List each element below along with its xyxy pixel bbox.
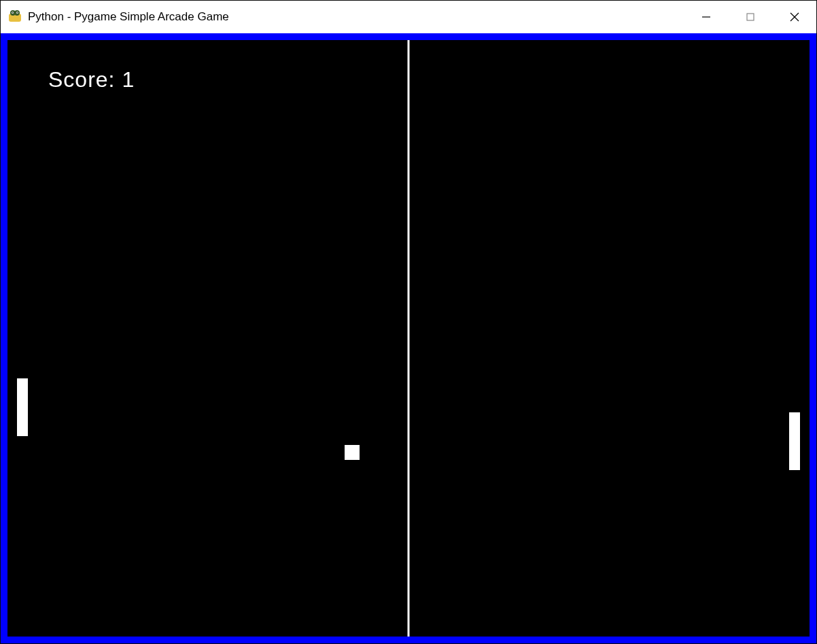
right-paddle[interactable] — [789, 412, 800, 470]
game-canvas[interactable]: Score: 1 — [7, 40, 810, 637]
close-button[interactable] — [772, 1, 816, 33]
window-titlebar: Python - Pygame Simple Arcade Game — [1, 1, 816, 33]
app-icon — [7, 10, 22, 24]
svg-rect-8 — [747, 14, 754, 20]
window-controls — [684, 1, 816, 33]
svg-point-6 — [17, 12, 18, 13]
score-label: Score: — [48, 67, 115, 92]
svg-point-5 — [12, 12, 13, 13]
score-display: Score: 1 — [48, 67, 135, 92]
ball — [345, 445, 360, 460]
center-divider-line — [408, 40, 410, 637]
minimize-button[interactable] — [684, 1, 728, 33]
svg-rect-0 — [9, 14, 21, 22]
game-border: Score: 1 — [1, 33, 816, 643]
left-paddle[interactable] — [17, 378, 28, 436]
score-value: 1 — [122, 67, 135, 92]
window-title: Python - Pygame Simple Arcade Game — [28, 10, 229, 24]
maximize-button[interactable] — [728, 1, 772, 33]
